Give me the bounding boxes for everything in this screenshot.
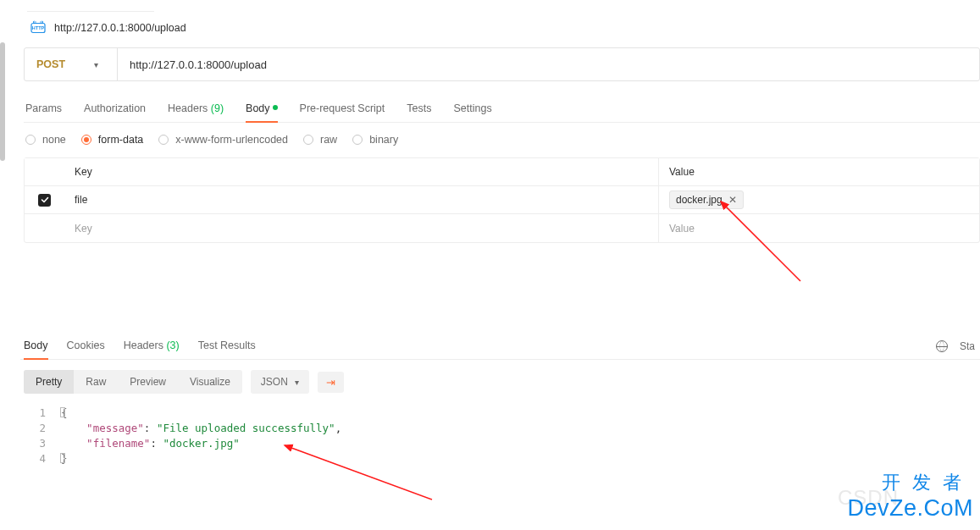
method-select[interactable]: POST ▾	[25, 48, 118, 80]
resp-tab-headers[interactable]: Headers (3)	[124, 333, 180, 359]
radio-icon	[158, 135, 169, 145]
radio-urlencoded[interactable]: x-www-form-urlencoded	[158, 134, 288, 146]
url-input[interactable]	[118, 48, 979, 80]
col-value: Value	[659, 158, 979, 185]
tab-authorization[interactable]: Authorization	[84, 97, 146, 122]
tab-strip	[27, 0, 154, 12]
resp-tab-cookies[interactable]: Cookies	[67, 333, 105, 359]
tab-body[interactable]: Body	[246, 97, 278, 122]
method-label: POST	[36, 58, 65, 70]
file-name: docker.jpg	[676, 194, 723, 206]
http-icon: HTTP	[30, 20, 46, 36]
chevron-down-icon: ▾	[295, 378, 299, 387]
close-icon[interactable]: ✕	[728, 194, 737, 206]
row-value[interactable]: docker.jpg ✕	[659, 186, 979, 213]
status-label: Sta	[960, 340, 975, 352]
watermark-csdn: CSDN	[838, 486, 899, 510]
row-checkbox[interactable]	[38, 194, 51, 207]
resp-tab-body[interactable]: Body	[24, 333, 48, 359]
file-chip[interactable]: docker.jpg ✕	[669, 190, 744, 209]
btn-visualize[interactable]: Visualize	[178, 370, 242, 394]
radio-icon	[25, 135, 36, 145]
tab-tests[interactable]: Tests	[407, 97, 431, 122]
resp-tab-testresults[interactable]: Test Results	[198, 333, 256, 359]
request-title: http://127.0.0.1:8000/upload	[54, 22, 186, 34]
wrap-icon: ⇥	[326, 376, 335, 389]
radio-raw[interactable]: raw	[303, 134, 337, 146]
response-body[interactable]: 1{ 2 "message": "File uploaded successfu…	[24, 402, 980, 467]
tab-prerequest[interactable]: Pre-request Script	[300, 97, 385, 122]
btn-pretty[interactable]: Pretty	[24, 370, 74, 394]
value-input[interactable]: Value	[659, 214, 979, 242]
row-key[interactable]: file	[64, 186, 659, 213]
tab-headers[interactable]: Headers (9)	[168, 97, 224, 122]
radio-binary[interactable]: binary	[352, 134, 398, 146]
chevron-down-icon: ▾	[94, 60, 98, 69]
btn-raw[interactable]: Raw	[74, 370, 118, 394]
tab-params[interactable]: Params	[25, 97, 62, 122]
radio-form-data[interactable]: form-data	[81, 134, 144, 146]
request-row: POST ▾	[24, 47, 980, 81]
svg-text:HTTP: HTTP	[32, 25, 45, 30]
btn-preview[interactable]: Preview	[118, 370, 178, 394]
format-select[interactable]: JSON ▾	[251, 370, 309, 394]
radio-none[interactable]: none	[25, 134, 66, 146]
col-key: Key	[64, 158, 659, 185]
wrap-button[interactable]: ⇥	[318, 372, 344, 393]
watermark: 开发者 DevZe.CoM	[847, 470, 973, 522]
response-tab-row: Body Cookies Headers (3) Test Results St…	[20, 333, 980, 360]
table-row-empty: Key Value	[25, 214, 979, 242]
radio-icon	[81, 135, 91, 145]
tab-settings[interactable]: Settings	[453, 97, 491, 122]
scrollbar[interactable]	[0, 42, 5, 161]
globe-icon[interactable]	[936, 340, 948, 352]
modified-dot-icon	[273, 105, 278, 110]
table-row: file docker.jpg ✕	[25, 186, 979, 214]
response-toolbar: Pretty Raw Preview Visualize JSON ▾ ⇥	[24, 360, 980, 402]
request-title-bar: HTTP http://127.0.0.1:8000/upload	[24, 12, 980, 47]
form-data-table: Key Value file docker.jpg ✕ Key Value	[24, 157, 980, 243]
table-header: Key Value	[25, 158, 979, 186]
body-type-radios: none form-data x-www-form-urlencoded raw…	[24, 123, 980, 157]
radio-icon	[352, 135, 363, 145]
view-mode-segment: Pretty Raw Preview Visualize	[24, 370, 242, 394]
key-input[interactable]: Key	[64, 214, 659, 242]
radio-icon	[303, 135, 313, 145]
request-tabs: Params Authorization Headers (9) Body Pr…	[24, 97, 980, 123]
